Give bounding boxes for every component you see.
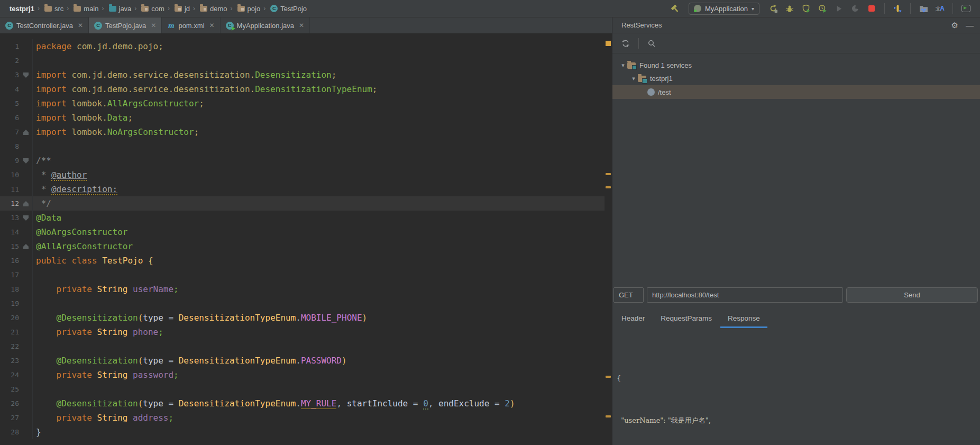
warning-stripe-mark[interactable] [606, 415, 611, 417]
code-line[interactable]: 28} [0, 425, 605, 439]
editor-tab[interactable]: MyApplication.java ✕ [221, 17, 310, 33]
code-line[interactable]: 24 private String password; [0, 368, 605, 382]
code-line[interactable]: 22 [0, 339, 605, 353]
breadcrumb-separator: › [38, 5, 40, 12]
translate-icon[interactable]: 文A [934, 3, 946, 14]
code-line[interactable]: 1package com.jd.demo.pojo; [0, 39, 605, 53]
run-anything-icon[interactable] [960, 3, 972, 14]
code-line[interactable]: 19 [0, 296, 605, 311]
run-configuration-selector[interactable]: MyApplication ▾ [689, 3, 759, 15]
chevron-expanded-icon[interactable]: ▾ [629, 75, 638, 82]
send-button[interactable]: Send [846, 287, 978, 303]
file-status-warning-marker[interactable] [606, 41, 611, 46]
minimize-icon[interactable]: — [966, 21, 974, 30]
code-line[interactable]: 20 @Desensitization(type = Desensitizati… [0, 311, 605, 325]
code-text: /** [33, 153, 51, 168]
stop-icon[interactable] [866, 3, 877, 14]
breadcrumb-separator: › [67, 5, 69, 12]
fold-marker-icon[interactable] [23, 158, 29, 164]
http-method-select[interactable]: GET [613, 287, 644, 303]
close-icon[interactable]: ✕ [299, 22, 304, 29]
editor-tab[interactable]: TestPojo.java ✕ [89, 17, 162, 33]
request-url-input[interactable] [647, 287, 843, 303]
build-hammer-icon[interactable] [669, 3, 681, 14]
breadcrumb-item[interactable]: › demo [191, 4, 228, 14]
response-tab[interactable]: Response [728, 312, 760, 330]
code-line[interactable]: 4import com.jd.demo.service.desensitizat… [0, 82, 605, 96]
tree-item-found-services[interactable]: ▾ Found 1 services [612, 59, 980, 72]
warning-stripe-mark[interactable] [606, 186, 611, 188]
profiler-icon[interactable] [817, 3, 828, 14]
code-line[interactable]: 12 */ [0, 196, 605, 211]
commit-update-icon[interactable] [892, 3, 903, 14]
code-line[interactable]: 6import lombok.Data; [0, 111, 605, 125]
fold-gutter [19, 382, 33, 396]
code-line[interactable]: 2 [0, 53, 605, 68]
breadcrumb-item[interactable]: › pojo [228, 4, 262, 14]
response-tab[interactable]: RequestParams [661, 312, 712, 330]
code-line[interactable]: 15@AllArgsConstructor [0, 239, 605, 253]
run-with-coverage-icon[interactable] [800, 3, 812, 14]
editor-tab[interactable]: TestController.java ✕ [0, 17, 89, 33]
breadcrumb-label: demo [210, 5, 227, 13]
fold-marker-icon[interactable] [23, 201, 29, 206]
code-line[interactable]: 16public class TestPojo { [0, 253, 605, 268]
code-line[interactable]: 9/** [0, 153, 605, 168]
line-number: 23 [0, 353, 19, 368]
fold-marker-icon[interactable] [23, 215, 29, 221]
code-line[interactable]: 13@Data [0, 211, 605, 225]
close-icon[interactable]: ✕ [151, 22, 156, 29]
warning-stripe-mark[interactable] [606, 376, 611, 378]
line-number: 24 [0, 368, 19, 382]
fold-marker-icon[interactable] [23, 130, 29, 135]
breadcrumb-item[interactable]: › src [35, 4, 65, 14]
services-tree: ▾ Found 1 services ▾ testprj1 /test [612, 53, 980, 99]
fold-marker-icon[interactable] [23, 244, 29, 249]
close-icon[interactable]: ✕ [209, 22, 215, 29]
code-line[interactable]: 23 @Desensitization(type = Desensitizati… [0, 353, 605, 368]
response-tab[interactable]: Header [621, 312, 645, 330]
code-text: import lombok.AllArgsConstructor; [33, 96, 204, 111]
code-editor[interactable]: 1package com.jd.demo.pojo;23import com.j… [0, 33, 605, 445]
breadcrumb-label: pojo [248, 5, 261, 13]
code-line[interactable]: 27 private String address; [0, 411, 605, 425]
tree-item-project[interactable]: ▾ testprj1 [612, 72, 980, 85]
tree-item-endpoint[interactable]: /test [612, 85, 980, 99]
code-line[interactable]: 11 * @description: [0, 182, 605, 196]
gear-icon[interactable]: ⚙ [951, 21, 958, 30]
code-line[interactable]: 25 [0, 382, 605, 396]
code-line[interactable]: 14@NoArgsConstructor [0, 225, 605, 239]
code-line[interactable]: 7import lombok.NoArgsConstructor; [0, 125, 605, 139]
rerun-icon[interactable] [767, 3, 779, 14]
code-line[interactable]: 3import com.jd.demo.service.desensitizat… [0, 68, 605, 82]
fold-marker-icon[interactable] [23, 72, 29, 78]
breadcrumb-item[interactable]: › com [132, 4, 166, 14]
code-line[interactable]: 26 @Desensitization(type = Desensitizati… [0, 396, 605, 411]
debug-bug-icon[interactable] [784, 3, 795, 14]
breadcrumb-item[interactable]: › jd [166, 4, 191, 14]
breadcrumb-item[interactable]: › TestPojo [261, 4, 308, 14]
breadcrumb-separator: › [168, 5, 170, 12]
editor-tab[interactable]: pom.xml ✕ [162, 17, 220, 33]
code-line[interactable]: 21 private String phone; [0, 325, 605, 339]
refresh-icon[interactable] [619, 37, 632, 50]
breadcrumb-item[interactable]: testprj1 [3, 4, 35, 14]
breadcrumb-item[interactable]: › main [65, 4, 99, 14]
line-number: 5 [0, 96, 19, 111]
code-line[interactable]: 10 * @author [0, 168, 605, 182]
toolbar-separator [884, 3, 885, 14]
breadcrumb-separator: › [102, 5, 104, 12]
close-icon[interactable]: ✕ [78, 22, 83, 29]
search-icon[interactable] [645, 37, 658, 50]
modules-folder-icon[interactable] [918, 3, 929, 14]
warning-stripe-mark[interactable] [606, 173, 611, 175]
code-line[interactable]: 5import lombok.AllArgsConstructor; [0, 96, 605, 111]
breadcrumb-folder-icon [200, 6, 207, 12]
code-line[interactable]: 17 [0, 268, 605, 282]
breadcrumb-item[interactable]: › java [100, 4, 133, 14]
code-line[interactable]: 8 [0, 139, 605, 153]
code-text: public class TestPojo { [33, 253, 153, 268]
response-json-line: "userName": "我是用户名", [617, 415, 976, 426]
chevron-expanded-icon[interactable]: ▾ [619, 62, 627, 69]
code-line[interactable]: 18 private String userName; [0, 282, 605, 296]
